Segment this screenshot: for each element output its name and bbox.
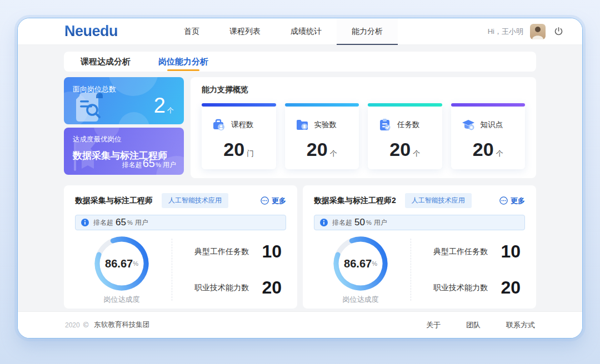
nav-item-ability[interactable]: 能力分析 [337,18,398,45]
footer-link-contact[interactable]: 联系方式 [506,320,535,330]
major-badge[interactable]: 人工智能技术应用 [162,193,228,208]
best-position-card[interactable]: 达成度最优岗位 数据采集与标注工程师 排名超65% 用户 [64,128,184,175]
footer: 2020 © 东软教育科技集团 关于 团队 联系方式 [18,311,582,338]
total-positions-card[interactable]: 面向岗位总数 2个 [64,77,184,124]
more-button[interactable]: 更多 [499,196,525,206]
best-position-title: 达成度最优岗位 [73,135,175,144]
navbar-right: Hi，王小明 [488,24,564,39]
power-icon[interactable] [552,26,564,38]
footer-year: 2020 [65,321,80,329]
task-icon [378,118,392,132]
card-accent-bar [451,103,526,107]
tasks-count: 20个 [368,139,442,160]
footer-company: 东软教育科技集团 [94,320,149,330]
stat-tech-abilities: 职业技术能力数 20 [194,277,282,298]
copyright-icon: © [83,321,89,329]
labs-count: 20个 [285,139,359,160]
total-positions-value: 2个 [154,94,174,118]
rank-info-bar: 排名超 65 % 用户 [75,215,286,230]
stat-card-labs[interactable]: 实验数 20个 [285,103,359,169]
tab-position-analysis[interactable]: 岗位能力分析 [158,52,208,72]
course-icon [212,118,226,132]
info-icon [81,219,89,226]
position-panel-1: 数据采集与标注工程师 人工智能技术应用 更多 排名超 65 % 用户 [64,185,297,309]
footer-link-team[interactable]: 团队 [466,320,481,330]
donut-caption: 岗位达成度 [314,295,407,305]
stat-card-tasks[interactable]: 任务数 20个 [368,103,442,169]
card-accent-bar [368,103,442,107]
donut-caption: 岗位达成度 [75,295,168,305]
stat-typical-tasks: 典型工作任务数 10 [194,241,282,262]
stat-typical-tasks: 典型工作任务数 10 [433,241,521,262]
info-icon [320,219,328,226]
nav-item-grades[interactable]: 成绩统计 [276,18,337,45]
position-title: 数据采集与标注工程师 [75,196,153,206]
stat-card-knowledge[interactable]: 知识点 20个 [451,103,526,169]
main-nav: 首页 课程列表 成绩统计 能力分析 [169,18,398,45]
footer-link-about[interactable]: 关于 [426,320,441,330]
knowledge-count: 20个 [451,139,526,160]
stat-card-courses[interactable]: 课程数 20门 [202,103,276,169]
dashed-divider [411,239,411,301]
card-accent-bar [202,103,276,107]
position-panel-2: 数据采集与标注工程师2 人工智能技术应用 更多 排名超 50 % 用户 [303,185,536,309]
analysis-tabs: 课程达成分析 岗位能力分析 [64,52,536,72]
tab-course-analysis[interactable]: 课程达成分析 [81,52,131,72]
main-content: 课程达成分析 岗位能力分析 面向岗位总数 [18,45,582,309]
capability-overview-panel: 能力支撑概览 课程数 [191,77,536,178]
achievement-donut: 86.67 % 岗位达成度 [75,235,168,305]
brand-logo: Neuedu [64,23,118,40]
knowledge-icon [461,118,476,132]
ellipsis-circle-icon [261,196,269,205]
lab-icon [295,118,309,132]
rank-info-bar: 排名超 50 % 用户 [314,215,525,230]
app-window: Neuedu 首页 课程列表 成绩统计 能力分析 Hi，王小明 [17,18,583,338]
nav-item-home[interactable]: 首页 [169,18,214,45]
more-button[interactable]: 更多 [261,196,286,206]
position-title: 数据采集与标注工程师2 [314,196,396,206]
major-badge[interactable]: 人工智能技术应用 [405,193,472,208]
capability-overview-title: 能力支撑概览 [202,85,525,95]
card-accent-bar [285,103,359,107]
document-search-icon [74,92,109,123]
user-avatar[interactable] [530,24,546,39]
best-position-rank: 排名超65% 用户 [122,157,176,170]
stat-tech-abilities: 职业技术能力数 20 [433,277,521,298]
summary-column: 面向岗位总数 2个 [64,77,184,178]
achievement-donut: 86.67 % 岗位达成度 [314,235,407,305]
total-positions-title: 面向岗位总数 [73,84,175,94]
courses-count: 20门 [202,139,276,160]
user-greeting: Hi，王小明 [488,27,523,37]
dashed-divider [172,239,172,301]
nav-item-courses[interactable]: 课程列表 [214,18,276,45]
top-navbar: Neuedu 首页 课程列表 成绩统计 能力分析 Hi，王小明 [18,18,582,45]
tab-active-underline [167,69,199,71]
ellipsis-circle-icon [499,196,508,205]
